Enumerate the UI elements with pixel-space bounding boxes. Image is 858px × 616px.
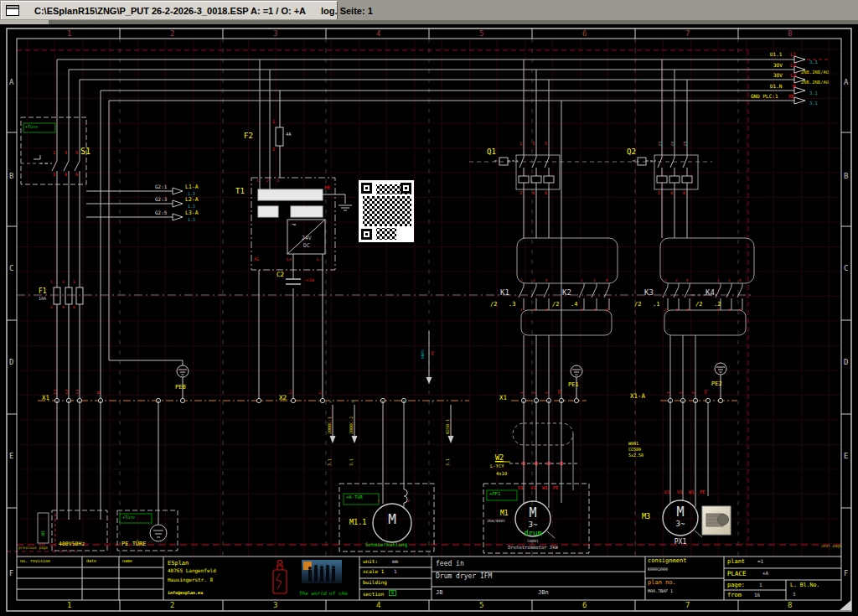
- frame-row-left-c: C: [9, 265, 13, 272]
- frame-row-right-f: F: [844, 570, 848, 577]
- pin-label: PE: [553, 486, 559, 491]
- lblno-value: 3: [793, 593, 795, 598]
- terminal-strip-x2: X2: [279, 395, 287, 401]
- pin-label: 4: [593, 308, 595, 312]
- cable-tag: -W1: [41, 531, 45, 538]
- pin-label: 3: [65, 151, 67, 155]
- place-label: PLACE: [727, 571, 747, 577]
- wire-label: GNYE: [421, 349, 426, 359]
- connector-label-g2-3: G2:3: [155, 197, 167, 202]
- frame-row-left-d: D: [9, 359, 13, 366]
- pin-label: 5: [73, 281, 75, 285]
- frame-row-left-a: A: [9, 79, 13, 86]
- pin-label: 2: [581, 308, 582, 312]
- building-label: building: [363, 580, 387, 585]
- frame-col-bottom-6: 6: [582, 602, 587, 609]
- cable-size-label: 5x2.50: [628, 453, 644, 458]
- device-tag-f1: F1: [39, 288, 47, 295]
- cable-tag-w001: W001: [628, 442, 638, 446]
- location-box-label: +Türe: [25, 125, 38, 129]
- rating-label: 10A: [39, 297, 46, 301]
- xref: /2: [695, 302, 702, 308]
- revision-header-no: no. revision: [20, 559, 50, 563]
- pin-label: 4: [62, 306, 65, 310]
- terminal-label: 2: [680, 391, 684, 394]
- pin-label: 2: [520, 308, 522, 312]
- company-street: Hausingerstr. 8: [168, 577, 213, 582]
- pin-label: 4: [728, 308, 730, 312]
- cable-tag-w2: W2: [495, 454, 504, 462]
- frame-col-bottom-8: 8: [788, 602, 792, 609]
- net-label-d11: D1.1: [770, 52, 782, 57]
- terminal-label: L3: [76, 390, 80, 394]
- frame-col-bottom-5: 5: [479, 602, 483, 609]
- motor-symbol-m: M: [529, 507, 536, 520]
- scale-label: scale 1: [363, 569, 384, 574]
- frame-row-left-e: E: [9, 453, 13, 460]
- company-city: 40765 Langenfeld: [168, 568, 216, 573]
- net-label-l1: L1: [790, 52, 796, 57]
- terminal-label: L-: [318, 390, 323, 394]
- description-line1: feed in: [436, 561, 464, 567]
- pin-label: 2: [664, 308, 666, 312]
- plant-label: plant: [727, 559, 745, 565]
- team-photo: [302, 560, 342, 583]
- frame-col-top-7: 7: [685, 30, 690, 38]
- xref: 3.1: [809, 91, 818, 96]
- motor-symbol-3ph: 3~: [529, 521, 538, 529]
- pin-label: 1: [519, 142, 522, 146]
- terminal-label: L1: [54, 390, 58, 394]
- frame-row-right-e: E: [844, 453, 848, 460]
- ac-symbol: ~: [292, 221, 296, 229]
- page-label: page:: [727, 582, 745, 588]
- place-value: +A: [762, 571, 768, 576]
- device-tag-k4: K4: [706, 289, 715, 297]
- pin-label: V1: [677, 490, 683, 495]
- terminal-mark: ×: [432, 400, 434, 404]
- frame-col-top-3: 3: [273, 30, 277, 38]
- unit-label: unit:: [363, 559, 378, 564]
- pin-label: V1: [530, 486, 536, 491]
- pin-label: W1: [542, 486, 548, 491]
- location-box-label: +PP1: [489, 492, 500, 497]
- earth-tag-pe2: PE2: [711, 381, 722, 387]
- pin-label: 3: [62, 281, 65, 285]
- pin-label: U1: [664, 490, 670, 495]
- net-label-gnd-plc: GND PLC:1: [751, 94, 778, 99]
- earth-tag-pe-tuere: PE TÜRE: [121, 541, 147, 547]
- company-logo: [273, 561, 287, 594]
- corner-triangle: [840, 600, 851, 610]
- from-value: 16: [754, 593, 760, 598]
- pin-label: 6: [683, 191, 685, 195]
- pin-label: PE: [324, 185, 330, 190]
- wire-xref: 0250-1: [446, 419, 450, 434]
- wire-xref: 3.1: [446, 458, 450, 466]
- frame-row-right-a: A: [844, 79, 848, 86]
- revision-header-name: name: [122, 559, 132, 563]
- device-tag-q2: Q2: [627, 148, 636, 156]
- section-value: B: [389, 590, 396, 596]
- pin-label: 6: [75, 173, 78, 177]
- pin-label: 6: [686, 308, 688, 312]
- device-tag-c2: C2: [277, 272, 284, 278]
- page-value: 1: [759, 582, 762, 588]
- terminal-label: 1: [667, 391, 671, 394]
- location-box-label: +A-TUR: [346, 495, 363, 500]
- terminal-label: 2: [533, 391, 537, 394]
- earth-tag-pe0: PE0: [175, 385, 186, 391]
- frame-col-bottom-1: 1: [67, 602, 71, 609]
- eplan-window: C:\ESplanR15\ZNG\P_PUT 26-2-2026-3_0018.…: [0, 0, 858, 616]
- cable-type-label: L-YCY: [490, 464, 504, 469]
- terminal-strip-x1-drum: X1: [499, 395, 507, 401]
- article-number: S0001: [527, 540, 539, 544]
- pin-label: 2: [53, 173, 55, 177]
- wire-label: L2: [672, 142, 676, 146]
- pin-label: 3: [277, 179, 279, 184]
- xref: /2: [552, 302, 559, 308]
- terminal-label: 1: [520, 391, 525, 394]
- motor-symbol-m: M: [676, 506, 684, 519]
- wire-xref: 2000C-2: [349, 417, 354, 434]
- frame-col-top-8: 8: [788, 30, 792, 38]
- pin-label: 2: [407, 500, 410, 504]
- connector-label-g2-1: G2:1: [155, 184, 167, 189]
